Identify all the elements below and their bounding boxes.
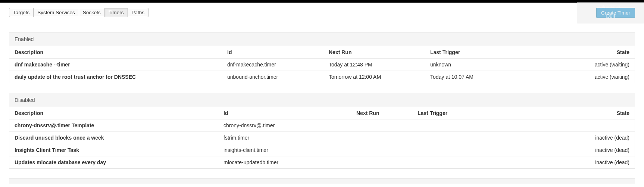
cell-state: inactive (dead) bbox=[501, 156, 635, 169]
col-next-run[interactable]: Next Run bbox=[323, 46, 425, 59]
unit-type-tabs: Targets System Services Sockets Timers P… bbox=[9, 8, 149, 17]
col-description[interactable]: Description bbox=[9, 107, 218, 119]
cell-description: Updates mlocate database every day bbox=[9, 156, 218, 169]
cell-next-run bbox=[351, 119, 412, 132]
table-row[interactable]: Discard unused blocks once a week fstrim… bbox=[9, 132, 635, 144]
cell-state: inactive (dead) bbox=[501, 144, 635, 156]
disabled-panel: Disabled Description Id Next Run Last Tr… bbox=[9, 93, 635, 169]
cell-description: Insights Client Timer Task bbox=[9, 144, 218, 156]
cell-state: inactive (dead) bbox=[501, 132, 635, 144]
enabled-heading: Enabled bbox=[9, 32, 635, 46]
next-panel-peek bbox=[9, 178, 635, 184]
cell-description: chrony-dnssrv@.timer Template bbox=[9, 119, 218, 132]
table-row[interactable]: chrony-dnssrv@.timer Template chrony-dns… bbox=[9, 119, 635, 132]
col-next-run[interactable]: Next Run bbox=[351, 107, 412, 119]
cell-last-trigger bbox=[412, 156, 501, 169]
cell-id: dnf-makecache.timer bbox=[222, 59, 323, 71]
cell-last-trigger bbox=[412, 144, 501, 156]
cell-last-trigger bbox=[412, 132, 501, 144]
tab-sockets[interactable]: Sockets bbox=[79, 8, 105, 17]
table-row[interactable]: dnf makecache --timer dnf-makecache.time… bbox=[9, 59, 635, 71]
window-top-bar bbox=[0, 0, 644, 3]
table-row[interactable]: Updates mlocate database every day mloca… bbox=[9, 156, 635, 169]
cell-next-run: Today at 12:48 PM bbox=[323, 59, 425, 71]
cell-id: mlocate-updatedb.timer bbox=[218, 156, 351, 169]
cell-id: fstrim.timer bbox=[218, 132, 351, 144]
cell-state: active (waiting) bbox=[526, 59, 635, 71]
tab-paths[interactable]: Paths bbox=[128, 8, 149, 17]
cell-next-run bbox=[351, 132, 412, 144]
cell-id: chrony-dnssrv@.timer bbox=[218, 119, 351, 132]
cell-last-trigger bbox=[412, 119, 501, 132]
col-id[interactable]: Id bbox=[222, 46, 323, 59]
cell-description: dnf makecache --timer bbox=[9, 59, 222, 71]
cell-state bbox=[501, 119, 635, 132]
create-timer-button[interactable]: Create Timer bbox=[596, 8, 635, 18]
col-last-trigger[interactable]: Last Trigger bbox=[412, 107, 501, 119]
col-state[interactable]: State bbox=[501, 107, 635, 119]
cell-id: insights-client.timer bbox=[218, 144, 351, 156]
cell-description: Discard unused blocks once a week bbox=[9, 132, 218, 144]
disabled-heading: Disabled bbox=[9, 93, 635, 107]
toolbar: Targets System Services Sockets Timers P… bbox=[9, 3, 635, 18]
cell-next-run bbox=[351, 156, 412, 169]
cell-description: daily update of the root trust anchor fo… bbox=[9, 71, 222, 83]
cell-next-run: Tomorrow at 12:00 AM bbox=[323, 71, 425, 83]
cell-next-run bbox=[351, 144, 412, 156]
col-description[interactable]: Description bbox=[9, 46, 222, 59]
enabled-table: Description Id Next Run Last Trigger Sta… bbox=[9, 46, 635, 83]
tab-timers[interactable]: Timers bbox=[105, 8, 128, 17]
cell-state: active (waiting) bbox=[526, 71, 635, 83]
enabled-panel: Enabled Description Id Next Run Last Tri… bbox=[9, 32, 635, 83]
cell-id: unbound-anchor.timer bbox=[222, 71, 323, 83]
disabled-header-row: Description Id Next Run Last Trigger Sta… bbox=[9, 107, 635, 119]
col-id[interactable]: Id bbox=[218, 107, 351, 119]
tab-targets[interactable]: Targets bbox=[9, 8, 34, 17]
table-row[interactable]: Insights Client Timer Task insights-clie… bbox=[9, 144, 635, 156]
cell-last-trigger: Today at 10:07 AM bbox=[425, 71, 526, 83]
tab-system-services[interactable]: System Services bbox=[34, 8, 79, 17]
enabled-header-row: Description Id Next Run Last Trigger Sta… bbox=[9, 46, 635, 59]
cell-last-trigger: unknown bbox=[425, 59, 526, 71]
table-row[interactable]: daily update of the root trust anchor fo… bbox=[9, 71, 635, 83]
disabled-table: Description Id Next Run Last Trigger Sta… bbox=[9, 107, 635, 168]
col-state[interactable]: State bbox=[526, 46, 635, 59]
col-last-trigger[interactable]: Last Trigger bbox=[425, 46, 526, 59]
